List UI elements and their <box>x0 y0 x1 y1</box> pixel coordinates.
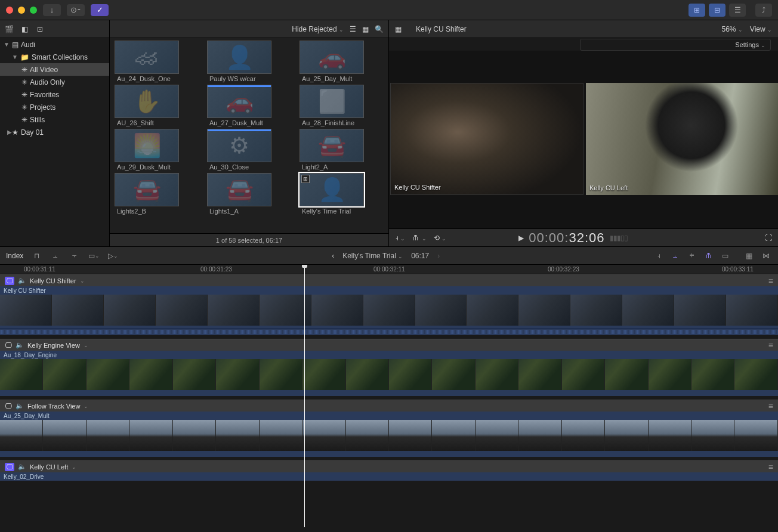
angle-view-1[interactable]: Kelly CU Shifter <box>390 83 584 195</box>
clip-filmstrip[interactable] <box>0 359 778 392</box>
clip-appearance-timeline-icon[interactable]: ▭ <box>720 250 731 262</box>
audio-skim-icon[interactable]: ⫠ <box>669 250 681 262</box>
clip-label: Pauly WS w/car <box>207 74 291 82</box>
audio-waveform[interactable] <box>0 328 778 335</box>
tool-select-dropdown[interactable]: ▷ ⌄ <box>107 250 119 262</box>
clip-thumbnail[interactable]: 🌅Au_29_Dusk_Mult <box>115 129 199 171</box>
clip-thumbnail[interactable]: 🚗Au_27_Dusk_Mult <box>207 85 291 126</box>
timeline-history-fwd-icon[interactable]: › <box>437 252 440 260</box>
clapperboard-icon[interactable]: 🎬 <box>4 24 14 35</box>
event-day01[interactable]: ▶ ★ Day 01 <box>0 126 109 138</box>
audio-monitor-icon[interactable]: 🔈 <box>16 402 24 410</box>
track-menu-icon[interactable]: ≡ <box>768 401 773 411</box>
video-monitor-icon[interactable]: 🖵 <box>5 402 12 410</box>
overwrite-clip-icon[interactable]: ▭ ⌄ <box>88 250 100 262</box>
snap-icon[interactable]: ⫚ <box>703 250 715 262</box>
clip-thumbnail[interactable]: 🚘Light2_A <box>300 129 384 171</box>
clip-thumbnail[interactable]: 🚘Lights1_A <box>207 173 291 215</box>
smart-collection-projects[interactable]: ✳Projects <box>0 101 109 113</box>
track-header[interactable]: 🖵🔈Kelly CU Shifter ⌄≡ <box>0 274 778 286</box>
timeline-track[interactable]: 🖵🔈Kelly CU Shifter ⌄≡Kelly CU Shifter <box>0 274 778 335</box>
timeline-ruler[interactable]: 00:00:31:1100:00:31:2300:00:32:1100:00:3… <box>0 265 778 274</box>
effects-browser-icon[interactable]: ▦ <box>743 250 755 262</box>
track-name: Follow Track View <box>27 403 80 410</box>
track-menu-icon[interactable]: ≡ <box>768 462 773 472</box>
disclosure-triangle-icon[interactable]: ▼ <box>12 54 18 60</box>
clip-thumbnail[interactable]: ✋AU_26_Shift <box>115 85 199 126</box>
smart-collection-stills[interactable]: ✳Stills <box>0 113 109 126</box>
timeline-index-button[interactable]: Index <box>6 252 23 260</box>
zoom-dropdown[interactable]: 56% ⌄ <box>721 25 742 33</box>
timeline-track[interactable]: 🖵🔈Follow Track View ⌄≡Au_25_Day_Mult <box>0 400 778 457</box>
angle-view-2[interactable]: Kelly CU Left <box>586 83 778 195</box>
clip-thumbnail[interactable]: 🚘Lights2_B <box>115 173 199 215</box>
angle-settings-dropdown[interactable]: Settings ⌄ <box>580 39 771 51</box>
solo-icon[interactable]: ⫩ <box>686 250 698 262</box>
filter-dropdown[interactable]: Hide Rejected ⌄ <box>292 25 344 33</box>
skimming-icon[interactable]: ⫞ ⌄ <box>395 234 405 242</box>
list-view-icon[interactable]: ▦ <box>362 25 369 33</box>
background-tasks-button[interactable]: ✓ <box>91 4 109 16</box>
audio-monitor-icon[interactable]: 🔈 <box>18 277 26 284</box>
track-menu-icon[interactable]: ≡ <box>768 276 773 286</box>
timeline-history-back-icon[interactable]: ‹ <box>332 252 334 260</box>
play-button[interactable]: ▶ <box>518 234 524 242</box>
clip-thumbnail[interactable]: ⚙Au_30_Close <box>207 129 291 171</box>
clip-thumbnail[interactable]: 🏎Au_24_Dusk_One <box>115 41 199 82</box>
library-row-audi[interactable]: ▼ ▤ Audi <box>0 38 109 51</box>
clip-thumbnail[interactable]: 🚗Au_25_Day_Mult <box>300 41 384 82</box>
fullscreen-window-button[interactable] <box>30 7 37 14</box>
clip-appearance-icon[interactable]: ☰ <box>350 25 356 33</box>
audio-monitor-icon[interactable]: 🔈 <box>18 463 26 471</box>
photos-icon[interactable]: ◧ <box>19 24 30 35</box>
clip-thumbnail[interactable]: ⬜Au_28_FinishLine <box>300 85 384 126</box>
import-button[interactable]: ↓ <box>43 4 61 16</box>
playhead-icon[interactable] <box>302 265 307 268</box>
close-window-button[interactable] <box>6 7 13 14</box>
audio-monitor-icon[interactable]: 🔈 <box>16 341 24 349</box>
smart-collection-favorites[interactable]: ✳Favorites <box>0 88 109 101</box>
clip-thumbnail[interactable]: 👤⊞Kelly's Time Trial <box>300 173 384 215</box>
inspector-toggle-button[interactable]: ☰ <box>729 4 746 17</box>
skim-icon[interactable]: ⫞ <box>653 250 665 262</box>
view-dropdown[interactable]: View ⌄ <box>750 25 772 33</box>
append-clip-icon[interactable]: ⫟ <box>69 250 81 262</box>
video-monitor-icon[interactable]: 🖵 <box>5 277 14 285</box>
angle-viewer-icon[interactable]: ▦ <box>395 25 402 33</box>
smart-collection-audio-only[interactable]: ✳Audio Only <box>0 76 109 88</box>
disclosure-triangle-icon[interactable]: ▶ <box>4 129 10 135</box>
clip-filmstrip[interactable] <box>0 295 778 328</box>
clip-thumbnail[interactable]: 👤Pauly WS w/car <box>207 41 291 82</box>
clip-filmstrip[interactable] <box>0 420 778 453</box>
retiming-icon[interactable]: ⟲ ⌄ <box>434 234 446 242</box>
ruler-tick: 00:00:33:11 <box>722 266 754 273</box>
timeline[interactable]: 00:00:31:1100:00:31:2300:00:32:1100:00:3… <box>0 265 778 527</box>
titles-icon[interactable]: ⊡ <box>35 24 45 35</box>
track-header[interactable]: 🖵🔈Kelly Engine View ⌄≡ <box>0 339 778 351</box>
track-menu-icon[interactable]: ≡ <box>768 341 773 350</box>
smart-collection-all-video[interactable]: ✳All Video <box>0 63 109 76</box>
search-icon[interactable]: 🔍 <box>375 25 384 33</box>
share-button[interactable]: ⤴ <box>755 4 772 17</box>
timeline-track[interactable]: 🖵🔈Kelly Engine View ⌄≡Au_18_Day_Engine <box>0 339 778 396</box>
timeline-toggle-button[interactable]: ⊟ <box>709 4 725 17</box>
track-header[interactable]: 🖵🔈Kelly CU Left ⌄≡ <box>0 460 778 472</box>
snapping-icon[interactable]: ⫚ ⌄ <box>412 234 426 242</box>
video-monitor-icon[interactable]: 🖵 <box>5 463 14 471</box>
browser-toggle-button[interactable]: ⊞ <box>689 4 705 17</box>
keyword-editor-button[interactable]: ⊙⁃ <box>67 4 85 16</box>
minimize-window-button[interactable] <box>18 7 25 14</box>
insert-clip-icon[interactable]: ⫠ <box>50 250 61 262</box>
video-monitor-icon[interactable]: 🖵 <box>5 341 12 349</box>
disclosure-triangle-icon[interactable]: ▼ <box>4 41 10 48</box>
fullscreen-icon[interactable]: ⛶ <box>765 234 772 242</box>
timecode-display[interactable]: 00:00:32:06 <box>529 230 604 246</box>
transitions-browser-icon[interactable]: ⋈ <box>760 250 772 262</box>
audio-meter-icon[interactable]: ▮▮▮▯▯ <box>610 234 628 242</box>
timeline-track[interactable]: 🖵🔈Kelly CU Left ⌄≡Kelly_02_Drive <box>0 460 778 481</box>
smart-collections-folder[interactable]: ▼ 📁 Smart Collections <box>0 51 109 63</box>
track-header[interactable]: 🖵🔈Follow Track View ⌄≡ <box>0 400 778 412</box>
viewer-body[interactable]: Kelly CU Shifter Kelly CU Left <box>389 51 778 228</box>
project-name[interactable]: Kelly's Time Trial ⌄ <box>342 252 403 260</box>
connect-clip-icon[interactable]: ⊓ <box>30 250 42 262</box>
